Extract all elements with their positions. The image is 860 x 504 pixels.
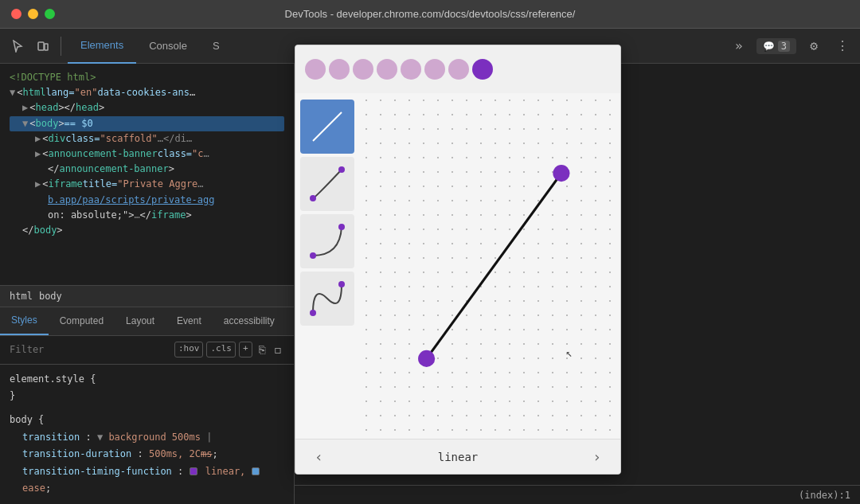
right-bottom: (index):1: [295, 485, 860, 504]
toggle-computed-icon[interactable]: ◻: [272, 342, 284, 357]
html-line-banner-close: </announcement-banner>: [10, 162, 284, 177]
timing-swatch-2[interactable]: [252, 467, 260, 475]
transition-prop: transition : ▼ background 500ms |: [10, 429, 284, 447]
copy-styles-icon[interactable]: ⎘: [256, 342, 268, 357]
more-tabs-button[interactable]: »: [728, 35, 750, 57]
tab-accessibility[interactable]: accessibility: [213, 307, 286, 335]
svg-point-10: [418, 350, 435, 367]
transition-duration-prop: transition-duration : 500ms, 2Cms;: [10, 446, 284, 463]
breadcrumb-body[interactable]: body: [39, 291, 62, 302]
html-source: <!DOCTYPE html> ▼ <html lang="en" data-c…: [0, 64, 294, 285]
tab-layout[interactable]: Layout: [115, 307, 166, 335]
easing-main-canvas: ↖: [359, 93, 620, 439]
css-styles: element.style { } body { transition : ▼ …: [0, 365, 294, 504]
close-button[interactable]: [11, 9, 22, 19]
svg-point-11: [553, 165, 569, 182]
filter-cls[interactable]: .cls: [206, 342, 236, 357]
easing-thumb-ease-out[interactable]: [300, 214, 354, 268]
toolbar-right: » 💬 3 ⚙ ⋮: [728, 35, 854, 57]
chat-icon: 💬: [763, 41, 775, 52]
ball-7: [448, 59, 469, 80]
filter-badges: :hov .cls + ⎘ ◻: [174, 342, 284, 357]
maximize-button[interactable]: [45, 9, 55, 19]
sub-tabs: Styles Computed Layout Event accessibili…: [0, 307, 294, 336]
filter-hov[interactable]: :hov: [174, 342, 204, 357]
html-line-body-close: </body>: [10, 223, 284, 238]
chat-count: 3: [778, 41, 790, 52]
svg-point-3: [310, 195, 316, 201]
easing-prev-button[interactable]: ‹: [308, 445, 330, 468]
easing-thumbnails: [295, 93, 359, 439]
inspect-icon[interactable]: [6, 35, 29, 57]
svg-point-8: [338, 281, 345, 287]
html-line-html: ▼ <html lang="en" data-cookies-ans …: [10, 85, 284, 100]
svg-point-6: [338, 224, 345, 230]
title-bar: DevTools - developer.chrome.com/docs/dev…: [0, 0, 860, 29]
html-line-link: b.app/paa/scripts/private-agg: [10, 193, 284, 208]
ball-2: [329, 59, 350, 80]
html-line-doctype: <!DOCTYPE html>: [10, 70, 284, 85]
timing-swatch[interactable]: [190, 467, 197, 475]
tab-console[interactable]: Console: [136, 29, 200, 64]
traffic-lights: [11, 9, 55, 19]
easing-thumb-linear[interactable]: [300, 100, 354, 154]
breadcrumb: html body: [0, 285, 294, 307]
ball-1: [305, 59, 326, 80]
easing-nav: ‹ linear ›: [295, 439, 620, 474]
easing-content: ↖: [295, 93, 620, 439]
easing-popup: ↖ ‹ linear ›: [295, 45, 621, 475]
source-ref: (index):1: [799, 490, 850, 501]
tab-computed[interactable]: Computed: [49, 307, 115, 335]
minimize-button[interactable]: [28, 9, 38, 19]
toolbar-separator: [61, 37, 61, 56]
filter-input[interactable]: [10, 344, 168, 355]
ball-4: [377, 59, 397, 80]
svg-rect-1: [45, 44, 48, 50]
filter-bar: :hov .cls + ⎘ ◻: [0, 336, 294, 365]
easing-current-name: linear: [438, 451, 479, 463]
svg-line-2: [313, 112, 342, 141]
chat-badge[interactable]: 💬 3: [756, 38, 796, 54]
element-style-close: }: [10, 388, 284, 405]
tab-styles[interactable]: Styles: [0, 307, 49, 335]
ball-8-active: [472, 59, 493, 80]
html-line-body[interactable]: ▼ <body> == $0: [10, 116, 284, 131]
more-options-icon[interactable]: ⋮: [831, 35, 854, 57]
svg-point-4: [338, 166, 345, 173]
svg-line-9: [427, 174, 561, 359]
ball-3: [353, 59, 373, 80]
ball-5: [401, 59, 421, 80]
svg-point-7: [310, 310, 316, 316]
window-title: DevTools - developer.chrome.com/docs/dev…: [285, 8, 576, 20]
tab-sources[interactable]: S: [200, 29, 233, 64]
transition-timing-prop: transition-timing-function : linear, eas…: [10, 463, 284, 498]
svg-point-5: [310, 252, 316, 259]
svg-rect-0: [38, 42, 44, 50]
html-line-iframe: ▶ <iframe title="Private Aggre …: [10, 177, 284, 192]
html-line-banner: ▶ <announcement-banner class="c …: [10, 147, 284, 162]
html-line-on: on: absolute;"> … </iframe>: [10, 208, 284, 223]
element-style-rule: element.style {: [10, 371, 284, 389]
easing-thumb-ease-in-out[interactable]: [300, 272, 354, 326]
breadcrumb-html[interactable]: html: [10, 291, 33, 302]
html-line-head: ▶ <head> </head>: [10, 100, 284, 115]
filter-plus[interactable]: +: [239, 342, 252, 357]
easing-balls-row: [295, 45, 620, 93]
settings-icon[interactable]: ⚙: [803, 35, 825, 57]
left-panel: <!DOCTYPE html> ▼ <html lang="en" data-c…: [0, 64, 295, 504]
html-line-div: ▶ <div class="scaffold" … </di…: [10, 131, 284, 147]
tab-elements[interactable]: Elements: [68, 29, 136, 64]
ball-6: [424, 59, 445, 80]
body-rule: body {: [10, 412, 284, 429]
easing-thumb-ease-in[interactable]: [300, 157, 354, 211]
toolbar-tabs: Elements Console S: [68, 29, 233, 64]
device-toolbar-icon[interactable]: [32, 35, 54, 57]
easing-next-button[interactable]: ›: [586, 445, 608, 468]
tab-event[interactable]: Event: [166, 307, 213, 335]
